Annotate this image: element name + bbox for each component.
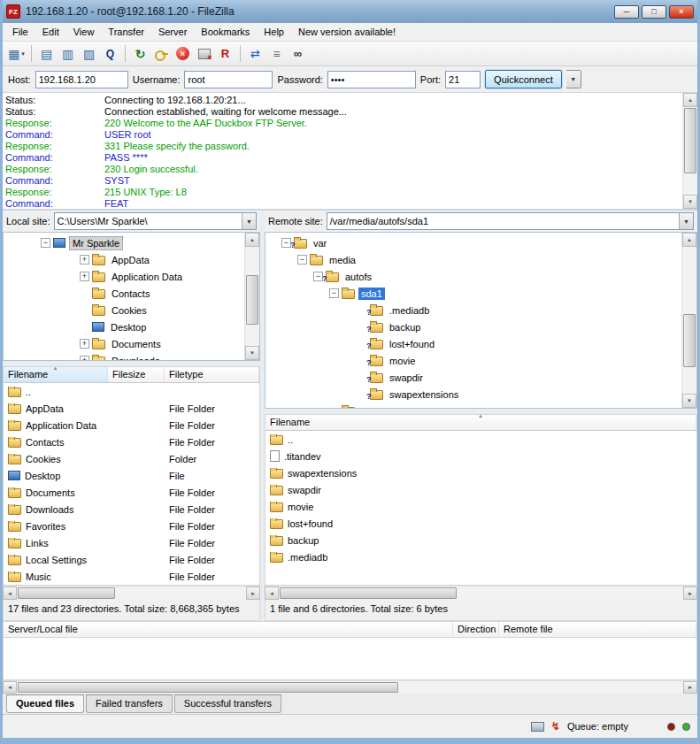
remote-tree-item[interactable]: − media — [267, 251, 681, 268]
local-file-row[interactable]: Links File Folder — [4, 534, 259, 551]
maximize-button[interactable]: □ — [642, 5, 666, 19]
synchronized-browsing-button[interactable]: ≡ — [266, 43, 287, 64]
menu-transfer[interactable]: Transfer — [101, 25, 151, 39]
tab-successful-transfers[interactable]: Successful transfers — [174, 694, 281, 713]
scroll-right-button[interactable]: ► — [683, 587, 697, 600]
remote-tree-item[interactable]: − ? autofs — [267, 268, 681, 285]
minimize-button[interactable]: ─ — [614, 5, 639, 19]
chevron-down-icon[interactable]: ▼ — [242, 213, 256, 229]
remote-tree-item[interactable]: ? backup — [267, 318, 681, 335]
toggle-message-log-button[interactable]: ▤ — [36, 43, 57, 64]
menu-help[interactable]: Help — [257, 25, 291, 39]
cancel-operation-button[interactable]: × — [173, 43, 193, 64]
scrollbar-thumb[interactable] — [246, 275, 258, 325]
local-list-hscrollbar[interactable]: ◄ ► — [3, 586, 260, 600]
menu-new-version[interactable]: New version available! — [291, 25, 403, 39]
column-header-filesize[interactable]: Filesize — [108, 367, 165, 382]
column-header-filetype[interactable]: Filetype — [165, 367, 259, 382]
local-tree-item[interactable]: + AppData — [5, 251, 243, 268]
chevron-down-icon[interactable]: ▼ — [679, 213, 693, 229]
scrollbar-thumb[interactable] — [18, 682, 398, 693]
remote-tree-scrollbar[interactable]: ▲ ▼ — [681, 233, 696, 408]
title-bar[interactable]: FZ 192.168.1.20 - root@192.168.1.20 - Fi… — [3, 0, 697, 23]
username-input[interactable] — [184, 71, 273, 88]
local-tree-item[interactable]: Cookies — [5, 302, 243, 318]
speed-limit-icon[interactable] — [531, 722, 544, 732]
scroll-down-button[interactable]: ▼ — [682, 394, 696, 408]
local-file-row[interactable]: Application Data File Folder — [4, 417, 259, 433]
remote-file-row[interactable]: .. — [265, 431, 696, 448]
local-tree-item[interactable]: + Downloads — [5, 352, 243, 361]
remote-site-combo[interactable]: /var/media/autofs/sda1 ▼ — [327, 212, 694, 230]
remote-tree-item[interactable]: ? swapextensions — [267, 386, 681, 403]
toggle-remote-tree-button[interactable]: ▨ — [79, 43, 99, 64]
local-site-combo[interactable]: C:\Users\Mr Sparkle\ ▼ — [54, 212, 257, 230]
remote-tree-item[interactable]: ? dvd — [267, 403, 681, 409]
remote-tree-item[interactable]: ? movie — [267, 352, 681, 369]
local-tree-item[interactable]: Contacts — [5, 285, 243, 302]
local-file-row[interactable]: Music File Folder — [4, 568, 259, 585]
transfer-queue-list[interactable] — [3, 638, 697, 680]
scroll-down-button[interactable]: ▼ — [245, 346, 259, 360]
local-file-row[interactable]: Contacts File Folder — [4, 433, 259, 450]
local-file-row[interactable]: Cookies Folder — [4, 450, 259, 467]
column-header-direction[interactable]: Direction — [453, 622, 499, 637]
local-file-row[interactable]: Documents File Folder — [4, 484, 259, 501]
scroll-left-button[interactable]: ◄ — [265, 587, 279, 600]
scroll-right-button[interactable]: ► — [246, 587, 260, 600]
remote-file-row[interactable]: movie — [265, 498, 696, 515]
remote-list-hscrollbar[interactable]: ◄ ► — [265, 586, 697, 600]
local-tree-scrollbar[interactable]: ▲ ▼ — [244, 233, 259, 360]
toggle-local-tree-button[interactable]: ▥ — [58, 43, 78, 64]
local-file-row[interactable]: Downloads File Folder — [4, 501, 259, 518]
scrollbar-thumb[interactable] — [683, 314, 696, 367]
expand-icon[interactable]: + — [80, 339, 89, 349]
local-tree-item[interactable]: + Documents — [5, 335, 243, 352]
column-header-filename[interactable]: ▲ Filename — [4, 367, 108, 382]
port-input[interactable] — [445, 71, 481, 88]
remote-tree-item[interactable]: − ? var — [267, 234, 681, 251]
expand-icon[interactable]: + — [80, 272, 89, 281]
remote-file-row[interactable]: backup — [265, 532, 696, 548]
menu-edit[interactable]: Edit — [35, 25, 66, 39]
site-manager-button[interactable]: ▦ ▾ — [6, 43, 27, 64]
scrollbar-thumb[interactable] — [280, 587, 457, 599]
column-header-filename[interactable]: ▲ Filename — [265, 415, 696, 430]
directory-comparison-button[interactable]: ⇄ — [245, 43, 265, 64]
expand-icon[interactable]: + — [80, 356, 89, 361]
quickconnect-dropdown-button[interactable]: ▼ — [566, 70, 581, 88]
collapse-icon[interactable]: − — [329, 288, 339, 298]
remote-tree-item[interactable]: ? .mediadb — [267, 302, 681, 318]
remote-file-row[interactable]: swapdir — [265, 481, 696, 498]
close-button[interactable]: × — [669, 5, 694, 19]
password-input[interactable] — [327, 71, 416, 88]
disconnect-button[interactable]: × — [194, 43, 214, 64]
remote-file-row[interactable]: swapextensions — [265, 464, 696, 481]
menu-file[interactable]: File — [5, 25, 35, 39]
local-tree-item[interactable]: + Application Data — [5, 268, 243, 285]
log-scrollbar[interactable]: ▲ ▼ — [682, 93, 697, 209]
find-files-button[interactable]: ∞ — [288, 43, 308, 64]
remote-file-row[interactable]: .mediadb — [265, 548, 696, 565]
local-file-row[interactable]: Desktop File — [4, 467, 259, 484]
remote-tree-item[interactable]: − sda1 — [267, 285, 681, 302]
scrollbar-thumb[interactable] — [684, 108, 696, 173]
tab-failed-transfers[interactable]: Failed transfers — [86, 694, 173, 713]
remote-file-row[interactable]: lost+found — [265, 515, 696, 532]
scroll-up-button[interactable]: ▲ — [683, 93, 697, 107]
remote-tree-item[interactable]: ? swapdir — [267, 369, 681, 386]
scroll-up-button[interactable]: ▲ — [245, 233, 259, 247]
refresh-button[interactable]: ↻ — [130, 43, 150, 64]
scroll-left-button[interactable]: ◄ — [3, 681, 17, 694]
local-tree-item[interactable]: − Mr Sparkle — [5, 234, 243, 251]
local-file-row[interactable]: Local Settings File Folder — [4, 551, 259, 568]
menu-server[interactable]: Server — [151, 25, 194, 39]
custom-command-button[interactable] — [151, 43, 172, 64]
scrollbar-thumb[interactable] — [18, 587, 115, 599]
menu-view[interactable]: View — [66, 25, 102, 39]
scroll-right-button[interactable]: ► — [683, 681, 697, 694]
local-file-row[interactable]: AppData File Folder — [4, 400, 259, 417]
local-tree-item[interactable]: Desktop — [5, 318, 243, 335]
queue-hscrollbar[interactable]: ◄ ► — [3, 680, 697, 694]
collapse-icon[interactable]: − — [41, 238, 50, 248]
